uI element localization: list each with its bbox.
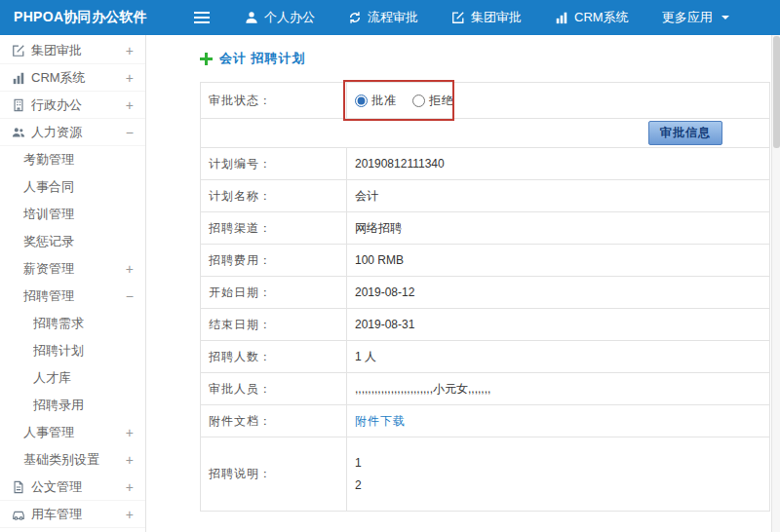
expand-icon[interactable]: + xyxy=(126,97,134,113)
table-row-end-date: 结束日期： 2019-08-31 xyxy=(201,309,769,341)
sidebar-item-label: 用车管理 xyxy=(31,506,126,523)
sidebar-item-label: CRM系统 xyxy=(31,69,126,87)
sidebar-item-training-mgmt[interactable]: 培训管理 xyxy=(0,201,145,228)
approve-radio[interactable]: 批准 xyxy=(355,93,397,109)
add-icon xyxy=(200,53,213,65)
users-icon xyxy=(12,126,31,139)
table-row-plan-number: 计划编号： 20190812111340 xyxy=(201,148,769,180)
chart-icon xyxy=(12,71,31,85)
status-radio-group: 批准 拒绝 xyxy=(355,93,454,109)
building-icon xyxy=(12,98,31,112)
field-value: 2019-08-12 xyxy=(347,277,769,308)
sidebar-item-label: 人事合同 xyxy=(23,178,134,196)
sidebar-item-label: 薪资管理 xyxy=(23,260,126,278)
scrollbar-thumb[interactable] xyxy=(773,36,780,148)
field-label: 附件文档： xyxy=(201,405,347,437)
sidebar-item-label: 人才库 xyxy=(33,369,134,387)
nav-group-approval[interactable]: 集团审批 xyxy=(451,9,522,26)
nav-crm-system[interactable]: CRM系统 xyxy=(555,9,629,26)
recruit-plan-detail-table: 审批状态： 批准 拒绝 xyxy=(200,82,770,512)
nav-label: 更多应用 xyxy=(662,9,713,26)
remark-line: 1 xyxy=(355,452,362,475)
sidebar-item-crm-system[interactable]: CRM系统 + xyxy=(0,64,145,92)
reject-radio-input[interactable] xyxy=(412,95,425,107)
doc-icon xyxy=(12,480,31,494)
caret-down-icon xyxy=(721,13,730,22)
expand-icon[interactable]: + xyxy=(126,479,134,495)
sidebar-item-recruit-plan[interactable]: 招聘计划 xyxy=(0,337,145,364)
nav-personal-office[interactable]: 个人办公 xyxy=(245,9,315,26)
attachment-download-link[interactable]: 附件下载 xyxy=(355,413,406,430)
table-row-headcount: 招聘人数： 1 人 xyxy=(201,341,769,373)
expand-icon[interactable]: + xyxy=(126,452,134,468)
expand-icon[interactable]: + xyxy=(126,425,134,440)
sidebar-item-hr-contract[interactable]: 人事合同 xyxy=(0,173,145,201)
expand-icon[interactable]: + xyxy=(126,261,134,277)
top-navigation: 个人办公 流程审批 集团审批 CRM系统 更多应用 xyxy=(245,9,730,26)
field-label: 招聘渠道： xyxy=(201,212,347,244)
vertical-scrollbar[interactable] xyxy=(771,35,780,532)
table-row-recruit-cost: 招聘费用： 100 RMB xyxy=(201,245,769,277)
sidebar-item-label: 人力资源 xyxy=(31,124,126,141)
field-label: 招聘费用： xyxy=(201,245,347,276)
nav-label: 个人办公 xyxy=(264,9,315,26)
page-title: 会计 招聘计划 xyxy=(200,50,770,67)
field-label: 开始日期： xyxy=(201,277,347,308)
expand-icon[interactable]: + xyxy=(126,43,134,58)
sidebar-item-salary-mgmt[interactable]: 薪资管理 + xyxy=(0,255,145,283)
field-label: 审批人员： xyxy=(201,373,347,404)
collapse-icon[interactable]: − xyxy=(126,125,134,140)
edit-icon xyxy=(12,44,31,57)
field-value: 附件下载 xyxy=(347,405,769,437)
approve-radio-input[interactable] xyxy=(355,95,368,107)
field-label: 招聘人数： xyxy=(201,341,347,372)
field-value: 批准 拒绝 xyxy=(347,83,769,118)
sidebar-item-label: 招聘管理 xyxy=(23,287,126,305)
sidebar-item-reward-records[interactable]: 奖惩记录 xyxy=(0,228,145,255)
nav-workflow-approval[interactable]: 流程审批 xyxy=(348,9,418,26)
sidebar-item-base-category-settings[interactable]: 基础类别设置 + xyxy=(0,446,145,474)
edit-icon xyxy=(451,11,465,24)
sidebar-item-label: 招聘需求 xyxy=(33,315,134,332)
approve-info-button[interactable]: 审批信息 xyxy=(648,121,722,145)
sidebar-item-label: 考勤管理 xyxy=(23,151,134,169)
topbar: PHPOA协同办公软件 个人办公 流程审批 集团审批 CRM系统 xyxy=(0,0,780,35)
field-value: 100 RMB xyxy=(347,245,769,276)
sidebar-item-recruit-hire[interactable]: 招聘录用 xyxy=(0,392,145,419)
nav-label: CRM系统 xyxy=(574,9,629,26)
sidebar-item-recruitment-mgmt[interactable]: 招聘管理 − xyxy=(0,283,145,310)
table-row-plan-name: 计划名称： 会计 xyxy=(201,180,769,212)
hamburger-menu-icon[interactable] xyxy=(194,11,210,24)
sidebar-item-human-resources[interactable]: 人力资源 − xyxy=(0,119,145,146)
field-label: 计划编号： xyxy=(201,148,347,179)
expand-icon[interactable]: + xyxy=(126,507,134,522)
sidebar-item-attendance-mgmt[interactable]: 考勤管理 xyxy=(0,146,145,173)
collapse-icon[interactable]: − xyxy=(126,288,134,304)
table-row-attachment: 附件文档： 附件下载 xyxy=(201,405,769,437)
field-value: 会计 xyxy=(347,180,769,211)
field-label: 计划名称： xyxy=(201,180,347,211)
field-value: ,,,,,,,,,,,,,,,,,,,,,,,,小元女,,,,,,, xyxy=(347,373,769,404)
field-value: 1 人 xyxy=(347,341,769,372)
content-area: 会计 招聘计划 审批状态： 批准 拒绝 xyxy=(146,35,780,532)
page-title-text: 会计 招聘计划 xyxy=(219,50,306,67)
sidebar-item-talent-pool[interactable]: 人才库 xyxy=(0,364,145,392)
sidebar-item-personnel-mgmt[interactable]: 人事管理 + xyxy=(0,419,145,446)
sidebar-item-recruit-demand[interactable]: 招聘需求 xyxy=(0,310,145,337)
sidebar-item-label: 招聘录用 xyxy=(33,397,134,414)
sidebar-item-vehicle-mgmt[interactable]: 用车管理 + xyxy=(0,501,145,528)
approve-radio-label: 批准 xyxy=(371,93,397,109)
field-label: 结束日期： xyxy=(201,309,347,340)
sidebar-item-group-approval[interactable]: 集团审批 + xyxy=(0,37,145,64)
sidebar-item-document-mgmt[interactable]: 公文管理 + xyxy=(0,474,145,501)
sidebar-item-label: 奖惩记录 xyxy=(23,233,134,250)
reject-radio[interactable]: 拒绝 xyxy=(412,93,454,109)
sidebar-item-label: 人事管理 xyxy=(23,424,126,441)
expand-icon[interactable]: + xyxy=(126,70,134,86)
sidebar-item-admin-office[interactable]: 行政办公 + xyxy=(0,92,145,119)
sidebar-item-label: 招聘计划 xyxy=(33,342,134,360)
car-icon xyxy=(12,508,31,521)
nav-label: 集团审批 xyxy=(471,9,522,26)
table-row-start-date: 开始日期： 2019-08-12 xyxy=(201,277,769,309)
nav-more-apps[interactable]: 更多应用 xyxy=(662,9,730,26)
